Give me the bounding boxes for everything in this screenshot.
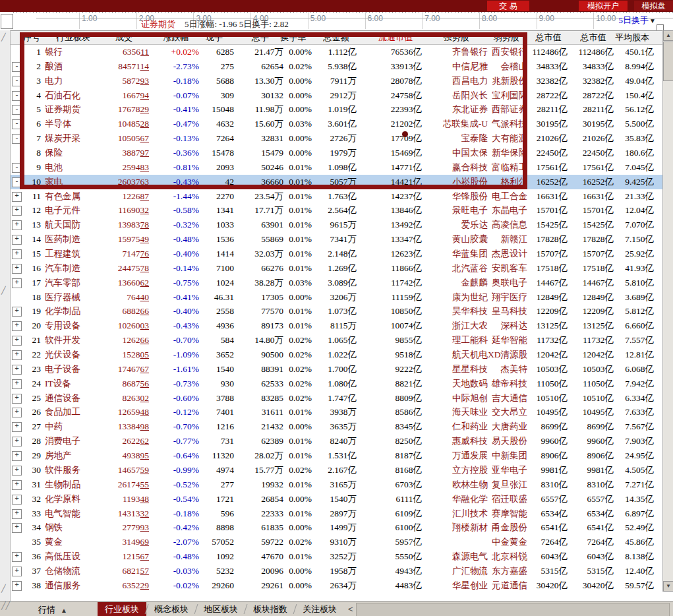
expand-toggle-icon[interactable]: + <box>12 466 22 476</box>
quote-menu[interactable]: 行情▲ <box>38 603 67 616</box>
tab-板块指数[interactable]: 板块指数 <box>246 602 295 616</box>
table-row[interactable]: +20专用设备1026003-0.43%4936891730.01%8115万1… <box>11 319 662 333</box>
draw-tool-icon[interactable]: ╱ <box>1 286 6 295</box>
expand-toggle-icon[interactable]: + <box>12 336 22 346</box>
table-row[interactable]: +29房地产493895-0.64%1132028.02万0.01%1.531亿… <box>11 448 662 463</box>
expand-toggle-icon[interactable]: + <box>12 192 22 202</box>
expand-toggle-icon[interactable]: + <box>12 307 22 317</box>
expand-toggle-icon[interactable]: + <box>12 422 22 432</box>
scroll-up-icon[interactable]: ▲ <box>663 30 673 41</box>
column-header-amount[interactable]: 总金额 <box>316 31 357 44</box>
sim-account-button[interactable]: 模拟开户 <box>579 1 628 11</box>
table-row[interactable]: +25通信设备826302-0.60%3788832850.02%1.747亿8… <box>11 391 662 406</box>
collapse-toggle-icon[interactable]: - <box>12 134 22 144</box>
expand-toggle-icon[interactable]: + <box>12 235 22 245</box>
table-row[interactable]: 18医疗器械76440-0.41%46.31173050.00%3206万111… <box>11 290 662 305</box>
column-header-volume[interactable]: 成交 <box>99 31 149 44</box>
expand-toggle-icon[interactable]: + <box>12 365 22 375</box>
sort-field-selector[interactable]: 5日换手▼ <box>619 15 656 26</box>
expand-toggle-icon[interactable]: + <box>12 480 22 490</box>
expand-toggle-icon[interactable]: + <box>12 509 22 519</box>
expand-toggle-icon[interactable]: + <box>12 249 22 259</box>
trade-button[interactable]: 交 易 <box>487 1 529 11</box>
expand-toggle-icon[interactable]: + <box>12 379 22 389</box>
collapse-toggle-icon[interactable]: - <box>12 105 22 115</box>
column-header-now_hand[interactable]: 现手 <box>194 31 234 44</box>
tab-地区板块[interactable]: 地区板块 <box>196 602 245 616</box>
expand-toggle-icon[interactable]: + <box>12 408 22 417</box>
collapse-toggle-icon[interactable]: - <box>12 119 22 129</box>
table-row[interactable]: 35黄金314969-2.07%57052597220.02%9310万5957… <box>11 535 662 549</box>
table-row[interactable]: +24IT设备868756-0.73%930625330.02%1.080亿88… <box>11 377 662 391</box>
expand-toggle-icon[interactable]: + <box>12 264 22 274</box>
expand-toggle-icon[interactable]: + <box>12 321 22 331</box>
collapse-toggle-icon[interactable]: - <box>12 177 22 187</box>
table-row[interactable]: -10家电2603763-0.43%42366600.01%5057万14421… <box>11 175 662 189</box>
tab-概念板块[interactable]: 概念板块 <box>147 602 196 616</box>
expand-toggle-icon[interactable]: + <box>12 350 22 360</box>
sim-trading-button[interactable]: 模拟盘 <box>634 1 673 11</box>
column-header-total_cap2[interactable]: 总市值 <box>573 31 614 44</box>
expand-toggle-icon[interactable]: + <box>12 437 22 447</box>
column-header-strong[interactable]: 强势股 <box>424 31 488 44</box>
column-header-weak[interactable]: 弱势股 <box>485 31 527 44</box>
table-row[interactable]: -3电力587293-0.18%568813.30万0.00%7911万2807… <box>11 74 662 88</box>
table-row[interactable]: -5证券期货1767829-0.41%1504811.98万0.00%1.019… <box>11 102 662 117</box>
table-row[interactable]: +15工程建筑714776-0.40%141432.03万0.01%2.148亿… <box>11 247 662 261</box>
table-row[interactable]: -4石油石化166794-0.07%309301320.00%2912万2475… <box>11 88 662 103</box>
table-row[interactable]: +30软件服务1465759-0.99%497415.77万0.02%2.167… <box>11 463 662 477</box>
table-row[interactable]: +11有色金属122687-1.44%227023.54万0.01%1.763亿… <box>11 189 662 204</box>
table-row[interactable]: -2酿酒8457114-2.73%275626540.02%5.938亿3391… <box>11 59 662 74</box>
table-row[interactable]: +26食品加工1265948-0.12%7401316110.01%3938万8… <box>11 405 662 419</box>
expand-toggle-icon[interactable]: + <box>12 451 22 461</box>
table-row[interactable]: +16汽车制造2447578-0.14%7100662760.01%1.269亿… <box>11 261 662 276</box>
collapse-toggle-icon[interactable]: - <box>12 62 22 72</box>
table-row[interactable]: -9电池259483-0.81%2093502460.01%1.098亿1477… <box>11 160 662 175</box>
table-row[interactable]: +27中药1338498-0.70%1216214320.00%3635万834… <box>11 419 662 434</box>
vertical-scrollbar[interactable]: ▲ ▼ <box>662 30 673 592</box>
column-header-turnover[interactable]: 换手率 <box>275 31 312 44</box>
table-row[interactable]: +17汽车零部1366062-0.75%102438.28万0.03%3.089… <box>11 276 662 290</box>
column-header-change[interactable]: 涨跌幅 <box>153 31 199 44</box>
expand-toggle-icon[interactable]: + <box>12 581 22 591</box>
column-header-avg_equity[interactable]: 平均股本 <box>610 31 654 44</box>
table-row[interactable]: +14医药制造1597549-0.48%1536558690.01%7341万1… <box>11 232 662 247</box>
table-row[interactable]: +12电子元件1169032-0.58%134117.71万0.01%2.564… <box>11 203 662 218</box>
table-row[interactable]: -7煤炭开采1050567-0.13%7264328310.00%2726万17… <box>11 131 662 146</box>
scroll-down-icon[interactable]: ▼ <box>663 581 673 592</box>
table-row[interactable]: +32化学原料119348-0.54%1721268540.00%1540万61… <box>11 492 662 507</box>
table-row[interactable]: +23电子设备1746767-1.61%1540883910.02%1.700亿… <box>11 362 662 377</box>
draw-tool-icon[interactable]: ╱ <box>1 33 6 42</box>
table-row[interactable]: +13航天国防1398378-0.32%1033639010.01%9615万1… <box>11 218 662 232</box>
horizontal-scrollbar[interactable] <box>356 603 670 616</box>
table-row[interactable]: +33电气智能1431332-0.18%596223330.01%2897万61… <box>11 507 662 521</box>
table-header-row[interactable]: 序号行业板块成交涨跌幅现手总手换手率总金额流通市值强势股弱势股总市值总市值平均股… <box>11 31 662 45</box>
table-row[interactable]: +34钢铁277993-0.42%8898618350.00%1499万6100… <box>11 520 662 535</box>
collapse-toggle-icon[interactable]: - <box>12 91 22 101</box>
table-row[interactable]: +36高低压设121567-0.48%1092476700.01%3252万55… <box>11 549 662 564</box>
table-row[interactable]: +22光伏设备152805-1.09%3652905000.02%1.022亿9… <box>11 348 662 362</box>
table-row[interactable]: -6半导体1048528-0.47%463215.60万0.03%3.601亿2… <box>11 117 662 131</box>
table-row[interactable]: 1银行635611+0.02%628521.47万0.00%1.112亿7653… <box>11 45 662 59</box>
draw-tool-icon[interactable]: ╱ <box>1 584 6 593</box>
table-row[interactable]: +19化学制品688266-0.40%2558775700.01%1.073亿1… <box>11 304 662 319</box>
expand-toggle-icon[interactable]: + <box>12 206 22 216</box>
expand-toggle-icon[interactable]: + <box>12 523 22 533</box>
tab-scroll-left-icon[interactable]: < <box>344 602 357 616</box>
tab-关注板块[interactable]: 关注板块 <box>295 602 344 616</box>
column-header-sector[interactable]: 行业板块 <box>45 31 102 44</box>
column-header-total_cap[interactable]: 总市值 <box>529 31 568 44</box>
expand-toggle-icon[interactable]: + <box>12 278 22 288</box>
expand-toggle-icon[interactable]: + <box>12 220 22 230</box>
expand-toggle-icon[interactable]: + <box>12 552 22 562</box>
scrollbar-thumb[interactable] <box>663 42 673 81</box>
column-header-no[interactable]: 序号 <box>22 31 41 44</box>
expand-toggle-icon[interactable]: + <box>12 567 22 576</box>
table-row[interactable]: +28消费电子262262-0.77%731623890.01%8240万825… <box>11 434 662 448</box>
table-row[interactable]: +21软件开发126266-0.70%58414.80万0.02%1.065亿9… <box>11 333 662 348</box>
collapse-toggle-icon[interactable]: - <box>12 163 22 173</box>
collapse-toggle-icon[interactable]: - <box>12 77 22 86</box>
column-header-float_cap[interactable]: 流通市值 <box>369 31 422 44</box>
table-row[interactable]: 8保险388797-0.36%15478154790.00%1979万15469… <box>11 146 662 160</box>
table-row[interactable]: +31生物制品2617455-0.52%277199320.01%3165万67… <box>11 477 662 492</box>
